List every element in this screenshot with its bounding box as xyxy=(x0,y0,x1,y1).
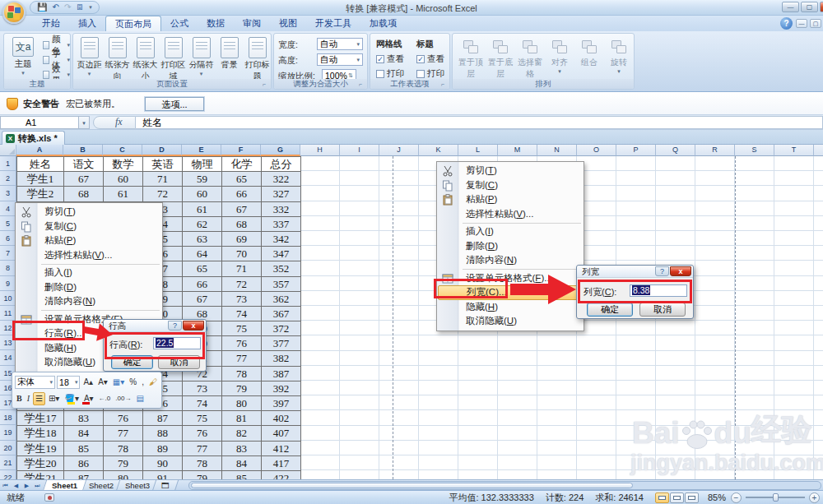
cell[interactable]: 357 xyxy=(262,277,301,292)
cell[interactable]: 78 xyxy=(104,442,143,456)
menu-item-选择性粘贴[interactable]: 选择性粘贴(V)... xyxy=(438,207,583,222)
cell[interactable]: 65 xyxy=(222,172,262,187)
cell[interactable]: 83 xyxy=(222,442,262,456)
cell[interactable]: 77 xyxy=(183,442,222,456)
dialog-help-icon[interactable]: ? xyxy=(655,266,669,276)
cell[interactable]: 68 xyxy=(222,217,262,232)
cell[interactable]: 382 xyxy=(262,351,301,366)
cell[interactable]: 85 xyxy=(222,471,262,479)
next-sheet-icon[interactable]: ▶ xyxy=(21,480,32,491)
cell[interactable]: 407 xyxy=(262,426,301,441)
cell[interactable]: 79 xyxy=(104,456,143,471)
menu-item-剪切[interactable]: 剪切(T) xyxy=(438,164,583,178)
cell[interactable]: 85 xyxy=(64,442,104,456)
cell[interactable]: 422 xyxy=(262,471,301,479)
cell[interactable]: 83 xyxy=(64,411,104,426)
ribbon-tab-1[interactable]: 开始 xyxy=(33,16,69,31)
cell[interactable]: 82 xyxy=(222,426,262,441)
cell[interactable]: 392 xyxy=(262,381,301,396)
first-sheet-icon[interactable]: ⏮ xyxy=(0,480,11,491)
menu-item-剪切[interactable]: 剪切(T) xyxy=(16,205,161,220)
page-setup-button-6[interactable]: 背景 xyxy=(216,37,243,71)
cell[interactable]: 89 xyxy=(143,442,183,456)
cell[interactable]: 337 xyxy=(262,217,301,232)
ribbon-tab-3[interactable]: 页面布局 xyxy=(105,16,161,31)
column-header-L[interactable]: L xyxy=(458,145,498,156)
horizontal-scrollbar-thumb[interactable] xyxy=(191,483,633,488)
column-header-U[interactable]: U xyxy=(814,145,823,156)
row-header-7[interactable]: 7 xyxy=(0,246,16,261)
cell[interactable]: 物理 xyxy=(183,157,222,172)
cell[interactable]: 91 xyxy=(143,471,183,479)
cell[interactable]: 学生2 xyxy=(17,187,64,201)
column-header-J[interactable]: J xyxy=(379,145,419,156)
cell[interactable]: 60 xyxy=(183,187,222,201)
menu-item-复制[interactable]: 复制(C) xyxy=(16,220,161,234)
horizontal-scrollbar[interactable] xyxy=(188,481,821,490)
cell[interactable]: 学生1 xyxy=(17,172,64,187)
row-header-14[interactable]: 14 xyxy=(0,350,16,365)
cell[interactable]: 学生17 xyxy=(17,411,64,426)
cell[interactable]: 412 xyxy=(262,442,301,456)
menu-item-选择性粘贴[interactable]: 选择性粘贴(V)... xyxy=(16,248,161,263)
dialog-help-icon[interactable]: ? xyxy=(168,321,182,331)
grow-font-icon[interactable]: A▴ xyxy=(81,376,95,389)
cell[interactable]: 60 xyxy=(104,172,143,187)
cell[interactable]: 352 xyxy=(262,261,301,276)
cell[interactable]: 387 xyxy=(262,367,301,381)
arrange-button-3[interactable]: 选择窗格 xyxy=(515,39,545,80)
bold-icon[interactable]: B xyxy=(15,392,24,405)
cell[interactable]: 66 xyxy=(222,187,262,201)
cell[interactable]: 学生20 xyxy=(17,456,64,471)
shrink-font-icon[interactable]: A▾ xyxy=(96,376,109,389)
gridlines-print-checkbox[interactable] xyxy=(376,70,384,78)
cell[interactable]: 总分 xyxy=(262,157,301,172)
gridlines-view-checkbox[interactable]: ✓ xyxy=(376,55,384,63)
cell[interactable]: 学生18 xyxy=(17,426,64,441)
office-button[interactable] xyxy=(2,1,26,24)
row-header-3[interactable]: 3 xyxy=(0,186,16,201)
normal-view-button[interactable] xyxy=(655,492,669,503)
cell[interactable]: 84 xyxy=(64,426,104,441)
column-header-I[interactable]: I xyxy=(340,145,379,156)
ok-button[interactable]: 确定 xyxy=(587,303,633,317)
cell[interactable]: 72 xyxy=(222,277,262,292)
maximize-button[interactable]: ▢ xyxy=(801,2,818,12)
cell[interactable]: 78 xyxy=(222,367,262,381)
menu-item-粘贴[interactable]: 粘贴(P) xyxy=(16,234,161,248)
cell[interactable]: 学生21 xyxy=(17,471,64,479)
cell[interactable]: 417 xyxy=(262,456,301,471)
arrange-button-6[interactable]: 旋转▾ xyxy=(604,39,634,75)
headings-view-checkbox[interactable]: ✓ xyxy=(416,55,425,63)
cell[interactable]: 88 xyxy=(143,426,183,441)
row-header-10[interactable]: 10 xyxy=(0,291,16,306)
cell[interactable]: 342 xyxy=(262,232,301,247)
font-name-select[interactable]: 宋体▾ xyxy=(15,376,55,389)
row-header-19[interactable]: 19 xyxy=(0,425,16,440)
security-options-button[interactable]: 选项... xyxy=(145,97,204,111)
zoom-slider-thumb[interactable] xyxy=(773,493,779,502)
name-box-dropdown-icon[interactable]: ▾ xyxy=(79,116,90,129)
center-align-icon[interactable]: ☰ xyxy=(33,392,45,405)
last-sheet-icon[interactable]: ⏭ xyxy=(32,480,43,491)
cell[interactable]: 77 xyxy=(104,426,143,441)
row-header-9[interactable]: 9 xyxy=(0,276,16,291)
cell[interactable]: 70 xyxy=(222,247,262,261)
column-header-Q[interactable]: Q xyxy=(656,145,695,156)
cell[interactable]: 78 xyxy=(183,456,222,471)
ribbon-tab-2[interactable]: 插入 xyxy=(69,16,105,31)
format-gallery-icon[interactable]: ▦▾ xyxy=(111,376,126,389)
cell[interactable]: 73 xyxy=(222,292,262,307)
dialog-launcher-icon[interactable]: ⌐ xyxy=(441,81,449,88)
close-button[interactable]: ✕ xyxy=(820,2,823,12)
cell[interactable]: 62 xyxy=(183,217,222,232)
insert-function-button[interactable]: fx xyxy=(93,116,136,129)
cell[interactable]: 86 xyxy=(64,456,104,471)
cell[interactable]: 71 xyxy=(222,261,262,276)
cell[interactable]: 64 xyxy=(183,247,222,261)
menu-item-清除内容[interactable]: 清除内容(N) xyxy=(16,294,161,309)
ribbon-tab-7[interactable]: 视图 xyxy=(270,16,306,31)
formula-input[interactable]: 姓名 xyxy=(136,116,823,129)
ribbon-tab-9[interactable]: 加载项 xyxy=(360,16,406,31)
column-header-K[interactable]: K xyxy=(419,145,458,156)
